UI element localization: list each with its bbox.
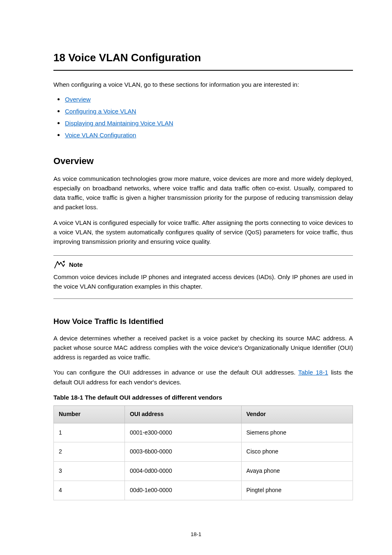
section-para-2: You can configure the OUI addresses in a…	[53, 368, 353, 387]
section-para-1: A device determines whether a received p…	[53, 333, 353, 362]
cell-oui: 0004-0d00-0000	[125, 462, 241, 481]
toc-link-voice-config[interactable]: Voice VLAN Configuration	[65, 132, 136, 139]
note-title: Note	[69, 260, 83, 269]
col-header-vendor: Vendor	[241, 406, 353, 423]
toc-link-overview[interactable]: Overview	[65, 96, 91, 103]
table-row: 2 0003-6b00-0000 Cisco phone	[54, 442, 353, 462]
cell-oui: 0001-e300-0000	[125, 423, 241, 442]
toc-item: Overview	[53, 95, 353, 104]
chapter-heading: 18 Voice VLAN Configuration	[53, 49, 353, 71]
toc-link-displaying[interactable]: Displaying and Maintaining Voice VLAN	[65, 120, 173, 127]
toc-link-configuring[interactable]: Configuring a Voice VLAN	[65, 108, 136, 115]
cell-number: 2	[54, 442, 125, 462]
overview-para-1: As voice communication technologies grow…	[53, 174, 353, 212]
table-row: 1 0001-e300-0000 Siemens phone	[54, 423, 353, 442]
col-header-number: Number	[54, 406, 125, 423]
table-row: 3 0004-0d00-0000 Avaya phone	[54, 462, 353, 481]
cell-vendor: Avaya phone	[241, 462, 353, 481]
cell-vendor: Pingtel phone	[241, 481, 353, 500]
page-number: 18-1	[0, 530, 392, 539]
cell-oui: 0003-6b00-0000	[125, 442, 241, 462]
cell-number: 4	[54, 481, 125, 500]
section-para-2-before: You can configure the OUI addresses in a…	[53, 369, 298, 376]
section-heading: How Voice Traffic Is Identified	[53, 315, 353, 327]
toc-item: Voice VLAN Configuration	[53, 130, 353, 140]
cell-vendor: Siemens phone	[241, 423, 353, 442]
cell-vendor: Cisco phone	[241, 442, 353, 462]
table-row: 4 00d0-1e00-0000 Pingtel phone	[54, 481, 353, 500]
intro-sentence: When configuring a voice VLAN, go to the…	[53, 80, 353, 89]
oui-table: Number OUI address Vendor 1 0001-e300-00…	[53, 405, 353, 500]
note-box: Note Common voice devices include IP pho…	[53, 255, 353, 299]
toc-list: Overview Configuring a Voice VLAN Displa…	[53, 95, 353, 140]
toc-item: Displaying and Maintaining Voice VLAN	[53, 118, 353, 128]
cell-number: 3	[54, 462, 125, 481]
cell-oui: 00d0-1e00-0000	[125, 481, 241, 500]
table-caption: Table 18-1 The default OUI addresses of …	[53, 393, 353, 402]
note-header: Note	[53, 260, 353, 269]
note-icon	[53, 260, 66, 269]
table-header-row: Number OUI address Vendor	[54, 406, 353, 423]
overview-heading: Overview	[53, 154, 353, 168]
note-body: Common voice devices include IP phones a…	[53, 272, 353, 291]
toc-item: Configuring a Voice VLAN	[53, 106, 353, 116]
col-header-oui: OUI address	[125, 406, 241, 423]
table-ref-link[interactable]: Table 18-1	[298, 369, 328, 376]
cell-number: 1	[54, 423, 125, 442]
overview-para-2: A voice VLAN is configured especially fo…	[53, 218, 353, 247]
